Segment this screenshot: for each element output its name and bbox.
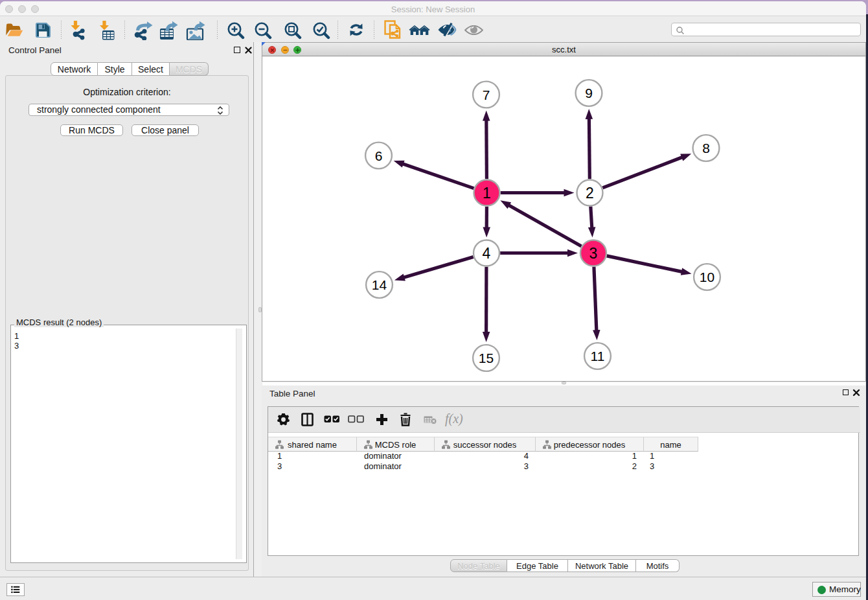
svg-text:2: 2 xyxy=(586,185,594,202)
svg-text:15: 15 xyxy=(479,351,494,365)
svg-text:14: 14 xyxy=(372,277,387,292)
svg-text:1: 1 xyxy=(483,185,491,202)
svg-text:9: 9 xyxy=(585,86,593,100)
svg-text:7: 7 xyxy=(483,87,490,102)
svg-text:4: 4 xyxy=(483,245,491,262)
svg-text:11: 11 xyxy=(591,349,605,363)
svg-text:3: 3 xyxy=(589,245,598,262)
svg-text:10: 10 xyxy=(700,270,714,284)
svg-text:8: 8 xyxy=(702,141,710,156)
svg-text:6: 6 xyxy=(375,148,383,163)
